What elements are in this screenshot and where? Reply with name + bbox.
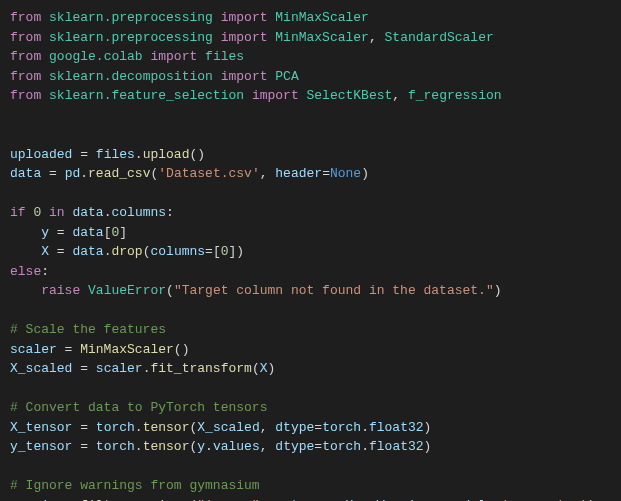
code-line: X = data.drop(columns=[0]) (10, 242, 611, 262)
comment: # Ignore warnings from gymnasium (10, 478, 260, 493)
blank-line (10, 379, 611, 399)
blank-line (10, 125, 611, 145)
code-line: from sklearn.feature_selection import Se… (10, 86, 611, 106)
code-editor[interactable]: from sklearn.preprocessing import MinMax… (10, 8, 611, 501)
comment: # Convert data to PyTorch tensors (10, 400, 267, 415)
code-line: scaler = MinMaxScaler() (10, 340, 611, 360)
code-line: y = data[0] (10, 223, 611, 243)
blank-line (10, 106, 611, 126)
code-line: X_scaled = scaler.fit_transform(X) (10, 359, 611, 379)
code-line: uploaded = files.upload() (10, 145, 611, 165)
code-line: else: (10, 262, 611, 282)
code-line: # Scale the features (10, 320, 611, 340)
code-line: raise ValueError("Target column not foun… (10, 281, 611, 301)
code-line: from google.colab import files (10, 47, 611, 67)
code-line: if 0 in data.columns: (10, 203, 611, 223)
keyword-from: from (10, 10, 41, 25)
code-line: # Ignore warnings from gymnasium (10, 476, 611, 496)
blank-line (10, 301, 611, 321)
code-line: from sklearn.preprocessing import MinMax… (10, 8, 611, 28)
module-path: sklearn.preprocessing (49, 10, 213, 25)
code-line: data = pd.read_csv('Dataset.csv', header… (10, 164, 611, 184)
comment: # Scale the features (10, 322, 166, 337)
blank-line (10, 457, 611, 477)
keyword-import: import (221, 10, 268, 25)
code-line: warnings.filterwarnings("ignore", catego… (10, 496, 611, 502)
code-line: # Convert data to PyTorch tensors (10, 398, 611, 418)
class-name: MinMaxScaler (275, 10, 369, 25)
code-line: y_tensor = torch.tensor(y.values, dtype=… (10, 437, 611, 457)
code-line: from sklearn.decomposition import PCA (10, 67, 611, 87)
code-line: X_tensor = torch.tensor(X_scaled, dtype=… (10, 418, 611, 438)
code-line: from sklearn.preprocessing import MinMax… (10, 28, 611, 48)
blank-line (10, 184, 611, 204)
